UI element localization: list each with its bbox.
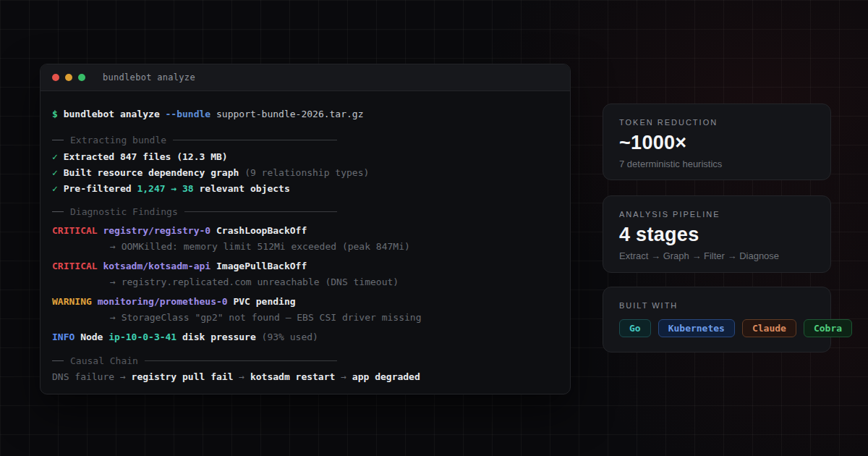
- causal-chain-line: DNS failure → registry pull fail → kotsa…: [52, 369, 558, 385]
- check-icon: ✓: [52, 183, 58, 194]
- severity-badge: CRITICAL: [52, 261, 98, 271]
- finding-line: CRITICAL registry/registry-0 CrashLoopBa…: [52, 223, 558, 239]
- stat-card-token-reduction: TOKEN REDUCTION ~1000× 7 deterministic h…: [603, 104, 831, 180]
- stat-card-analysis-pipeline: ANALYSIS PIPELINE 4 stages Extract → Gra…: [603, 195, 831, 273]
- badge-go: Go: [619, 319, 651, 337]
- card-label: BUILT WITH: [619, 301, 814, 310]
- check-icon: ✓: [52, 151, 58, 162]
- info-text: Node: [80, 332, 103, 342]
- info-text-muted: (93% used): [262, 332, 318, 342]
- finding-detail: → registry.replicated.com unreachable (D…: [52, 274, 558, 290]
- node-name: ip-10-0-3-41: [109, 332, 176, 342]
- finding-status: CrashLoopBackOff: [216, 225, 307, 236]
- finding-detail: → StorageClass "gp2" not found — EBS CSI…: [52, 310, 558, 326]
- shell-prompt: $: [52, 109, 58, 119]
- finding-line: CRITICAL kotsadm/kotsadm-api ImagePullBa…: [52, 258, 558, 274]
- maximize-window-button[interactable]: [78, 74, 85, 81]
- section-divider-causal: Causal Chain: [52, 352, 337, 368]
- command-binary: bundlebot analyze: [64, 109, 160, 119]
- card-subtext: Extract → Graph → Filter → Diagnose: [619, 250, 814, 261]
- check-text: Built resource dependency graph: [64, 167, 239, 178]
- divider-rule: [145, 360, 337, 361]
- card-value: 4 stages: [619, 224, 814, 246]
- resource-name: kotsadm/kotsadm-api: [103, 261, 210, 271]
- chain-start: DNS failure: [52, 371, 114, 382]
- check-text-muted: (9 relationship types): [244, 167, 369, 178]
- filter-count-after: 38: [182, 183, 194, 194]
- check-text: Pre-filtered: [64, 183, 132, 194]
- section-divider-diagnostics: Diagnostic Findings: [52, 203, 337, 219]
- minimize-window-button[interactable]: [65, 74, 72, 81]
- stat-card-built-with: BUILT WITH Go Kubernetes Claude Cobra: [603, 287, 831, 352]
- filter-count-before: 1,247: [137, 183, 165, 194]
- finding-line: WARNING monitoring/prometheus-0 PVC pend…: [52, 294, 558, 310]
- command-line: $ bundlebot analyze --bundle support-bun…: [52, 106, 558, 122]
- card-label: TOKEN REDUCTION: [619, 118, 814, 127]
- tech-badge-row: Go Kubernetes Claude Cobra: [619, 319, 814, 337]
- window-title: bundlebot analyze: [103, 72, 195, 83]
- divider-rule: [173, 140, 337, 140]
- check-text: relevant objects: [200, 183, 290, 194]
- resource-name: registry/registry-0: [103, 225, 210, 236]
- badge-cobra: Cobra: [804, 319, 852, 337]
- check-line-extracted: ✓ Extracted 847 files (12.3 MB): [52, 149, 558, 165]
- check-line-graph: ✓ Built resource dependency graph (9 rel…: [52, 165, 558, 181]
- command-argument: support-bundle-2026.tar.gz: [216, 109, 364, 119]
- card-label: ANALYSIS PIPELINE: [619, 210, 814, 219]
- terminal-output: $ bundlebot analyze --bundle support-bun…: [41, 91, 570, 385]
- severity-badge: INFO: [52, 332, 75, 342]
- severity-badge: CRITICAL: [52, 225, 98, 236]
- terminal-titlebar: bundlebot analyze: [41, 64, 570, 91]
- chain-step: app degraded: [352, 371, 420, 382]
- finding-status: ImagePullBackOff: [216, 261, 307, 271]
- close-window-button[interactable]: [52, 74, 59, 81]
- severity-badge: WARNING: [52, 296, 92, 307]
- terminal-window: bundlebot analyze $ bundlebot analyze --…: [40, 64, 571, 394]
- arrow-icon: →: [341, 371, 346, 382]
- arrow-icon: →: [171, 183, 176, 194]
- badge-claude: Claude: [742, 319, 796, 337]
- check-text: Extracted 847 files (12.3 MB): [64, 151, 228, 162]
- section-label: Diagnostic Findings: [70, 206, 178, 217]
- arrow-icon: →: [120, 371, 126, 382]
- badge-kubernetes: Kubernetes: [658, 319, 735, 337]
- resource-name: monitoring/prometheus-0: [98, 296, 228, 307]
- check-icon: ✓: [52, 167, 58, 178]
- finding-status: PVC pending: [233, 296, 295, 307]
- arrow-icon: →: [239, 371, 244, 382]
- finding-detail: → OOMKilled: memory limit 512Mi exceeded…: [52, 239, 558, 255]
- card-subtext: 7 deterministic heuristics: [619, 159, 814, 169]
- section-label: Extracting bundle: [70, 135, 166, 145]
- check-line-filtered: ✓ Pre-filtered 1,247 → 38 relevant objec…: [52, 181, 558, 197]
- chain-step: kotsadm restart: [250, 371, 335, 382]
- divider-rule: [184, 211, 337, 212]
- info-text: disk pressure: [182, 332, 256, 342]
- section-label: Causal Chain: [70, 355, 138, 366]
- section-divider-extracting: Extracting bundle: [52, 132, 337, 148]
- chain-step: registry pull fail: [132, 371, 234, 382]
- divider-dash: [52, 140, 64, 140]
- divider-dash: [52, 360, 64, 361]
- divider-dash: [52, 211, 64, 212]
- command-flag: --bundle: [166, 109, 211, 119]
- info-line: INFO Node ip-10-0-3-41 disk pressure (93…: [52, 329, 558, 345]
- card-value: ~1000×: [619, 132, 814, 154]
